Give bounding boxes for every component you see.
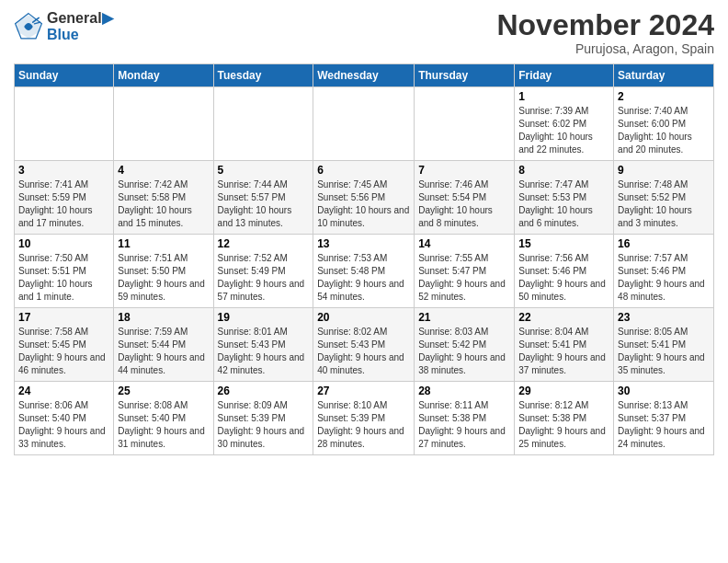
day-number: 22 xyxy=(518,311,609,324)
day-number: 26 xyxy=(218,385,310,397)
day-number: 28 xyxy=(418,385,510,397)
col-monday: Monday xyxy=(114,64,213,87)
week-row-0: 1Sunrise: 7:39 AM Sunset: 6:02 PM Daylig… xyxy=(15,87,714,161)
day-cell: 7Sunrise: 7:46 AM Sunset: 5:54 PM Daylig… xyxy=(415,161,515,235)
day-cell: 16Sunrise: 7:57 AM Sunset: 5:46 PM Dayli… xyxy=(614,235,714,308)
header-row: Sunday Monday Tuesday Wednesday Thursday… xyxy=(15,64,714,87)
day-info: Sunrise: 7:40 AM Sunset: 6:00 PM Dayligh… xyxy=(618,105,710,156)
col-friday: Friday xyxy=(515,64,614,87)
logo-text: General▶ Blue xyxy=(47,9,113,43)
day-number: 27 xyxy=(317,385,410,397)
logo-icon xyxy=(14,12,43,41)
day-cell: 11Sunrise: 7:51 AM Sunset: 5:50 PM Dayli… xyxy=(114,235,213,308)
day-info: Sunrise: 7:59 AM Sunset: 5:44 PM Dayligh… xyxy=(118,326,209,377)
week-row-1: 3Sunrise: 7:41 AM Sunset: 5:59 PM Daylig… xyxy=(15,161,714,235)
day-cell: 26Sunrise: 8:09 AM Sunset: 5:39 PM Dayli… xyxy=(213,382,313,455)
day-cell: 30Sunrise: 8:13 AM Sunset: 5:37 PM Dayli… xyxy=(614,382,714,455)
day-number: 21 xyxy=(418,311,510,324)
title-block: November 2024 Purujosa, Aragon, Spain xyxy=(496,9,714,56)
month-title: November 2024 xyxy=(496,9,714,41)
day-number: 4 xyxy=(118,164,209,177)
col-saturday: Saturday xyxy=(614,64,714,87)
day-number: 6 xyxy=(317,164,410,177)
day-info: Sunrise: 7:48 AM Sunset: 5:52 PM Dayligh… xyxy=(618,178,710,230)
day-number: 7 xyxy=(418,164,510,177)
day-cell: 5Sunrise: 7:44 AM Sunset: 5:57 PM Daylig… xyxy=(213,161,313,235)
day-info: Sunrise: 7:53 AM Sunset: 5:48 PM Dayligh… xyxy=(317,252,410,304)
day-number: 19 xyxy=(218,311,310,324)
day-cell: 22Sunrise: 8:04 AM Sunset: 5:41 PM Dayli… xyxy=(515,308,614,382)
day-number: 9 xyxy=(618,164,710,177)
day-cell: 4Sunrise: 7:42 AM Sunset: 5:58 PM Daylig… xyxy=(114,161,213,235)
day-info: Sunrise: 7:52 AM Sunset: 5:49 PM Dayligh… xyxy=(218,252,310,304)
day-info: Sunrise: 8:05 AM Sunset: 5:41 PM Dayligh… xyxy=(618,326,710,377)
day-number: 20 xyxy=(317,311,410,324)
col-thursday: Thursday xyxy=(415,64,515,87)
day-info: Sunrise: 8:11 AM Sunset: 5:38 PM Dayligh… xyxy=(418,399,510,451)
day-number: 12 xyxy=(218,237,310,250)
col-wednesday: Wednesday xyxy=(313,64,415,87)
day-number: 11 xyxy=(118,237,209,250)
day-info: Sunrise: 7:47 AM Sunset: 5:53 PM Dayligh… xyxy=(518,178,609,230)
day-number: 14 xyxy=(418,237,510,250)
day-cell: 2Sunrise: 7:40 AM Sunset: 6:00 PM Daylig… xyxy=(614,87,714,161)
day-info: Sunrise: 7:55 AM Sunset: 5:47 PM Dayligh… xyxy=(418,252,510,304)
day-cell: 12Sunrise: 7:52 AM Sunset: 5:49 PM Dayli… xyxy=(213,235,313,308)
page-container: General▶ Blue November 2024 Purujosa, Ar… xyxy=(0,0,728,465)
day-number: 15 xyxy=(518,237,609,250)
week-row-3: 17Sunrise: 7:58 AM Sunset: 5:45 PM Dayli… xyxy=(15,308,714,382)
day-cell: 18Sunrise: 7:59 AM Sunset: 5:44 PM Dayli… xyxy=(114,308,213,382)
day-number: 2 xyxy=(618,90,710,103)
day-info: Sunrise: 8:02 AM Sunset: 5:43 PM Dayligh… xyxy=(317,326,410,377)
day-cell: 1Sunrise: 7:39 AM Sunset: 6:02 PM Daylig… xyxy=(515,87,614,161)
day-info: Sunrise: 7:51 AM Sunset: 5:50 PM Dayligh… xyxy=(118,252,209,304)
day-number: 23 xyxy=(618,311,710,324)
day-number: 5 xyxy=(218,164,310,177)
day-info: Sunrise: 8:13 AM Sunset: 5:37 PM Dayligh… xyxy=(618,399,710,451)
calendar-table: Sunday Monday Tuesday Wednesday Thursday… xyxy=(14,63,714,455)
day-info: Sunrise: 7:39 AM Sunset: 6:02 PM Dayligh… xyxy=(518,105,609,156)
day-number: 17 xyxy=(18,311,109,324)
day-cell: 9Sunrise: 7:48 AM Sunset: 5:52 PM Daylig… xyxy=(614,161,714,235)
day-cell: 10Sunrise: 7:50 AM Sunset: 5:51 PM Dayli… xyxy=(15,235,114,308)
day-cell: 23Sunrise: 8:05 AM Sunset: 5:41 PM Dayli… xyxy=(614,308,714,382)
day-info: Sunrise: 8:08 AM Sunset: 5:40 PM Dayligh… xyxy=(118,399,209,451)
day-number: 30 xyxy=(618,385,710,397)
day-cell: 14Sunrise: 7:55 AM Sunset: 5:47 PM Dayli… xyxy=(415,235,515,308)
day-info: Sunrise: 8:03 AM Sunset: 5:42 PM Dayligh… xyxy=(418,326,510,377)
day-cell: 25Sunrise: 8:08 AM Sunset: 5:40 PM Dayli… xyxy=(114,382,213,455)
day-info: Sunrise: 7:42 AM Sunset: 5:58 PM Dayligh… xyxy=(118,178,209,230)
day-info: Sunrise: 8:04 AM Sunset: 5:41 PM Dayligh… xyxy=(518,326,609,377)
day-cell: 6Sunrise: 7:45 AM Sunset: 5:56 PM Daylig… xyxy=(313,161,415,235)
day-cell: 28Sunrise: 8:11 AM Sunset: 5:38 PM Dayli… xyxy=(415,382,515,455)
day-number: 10 xyxy=(18,237,109,250)
day-cell: 15Sunrise: 7:56 AM Sunset: 5:46 PM Dayli… xyxy=(515,235,614,308)
day-info: Sunrise: 7:56 AM Sunset: 5:46 PM Dayligh… xyxy=(518,252,609,304)
day-number: 16 xyxy=(618,237,710,250)
header: General▶ Blue November 2024 Purujosa, Ar… xyxy=(14,9,714,56)
day-info: Sunrise: 8:12 AM Sunset: 5:38 PM Dayligh… xyxy=(518,399,609,451)
day-number: 1 xyxy=(518,90,609,103)
day-info: Sunrise: 7:41 AM Sunset: 5:59 PM Dayligh… xyxy=(18,178,109,230)
day-info: Sunrise: 8:06 AM Sunset: 5:40 PM Dayligh… xyxy=(18,399,109,451)
day-cell: 13Sunrise: 7:53 AM Sunset: 5:48 PM Dayli… xyxy=(313,235,415,308)
day-info: Sunrise: 7:46 AM Sunset: 5:54 PM Dayligh… xyxy=(418,178,510,230)
day-number: 18 xyxy=(118,311,209,324)
day-cell: 20Sunrise: 8:02 AM Sunset: 5:43 PM Dayli… xyxy=(313,308,415,382)
day-number: 8 xyxy=(518,164,609,177)
subtitle: Purujosa, Aragon, Spain xyxy=(496,41,714,56)
day-cell xyxy=(415,87,515,161)
day-cell: 27Sunrise: 8:10 AM Sunset: 5:39 PM Dayli… xyxy=(313,382,415,455)
day-info: Sunrise: 7:57 AM Sunset: 5:46 PM Dayligh… xyxy=(618,252,710,304)
day-cell: 29Sunrise: 8:12 AM Sunset: 5:38 PM Dayli… xyxy=(515,382,614,455)
week-row-2: 10Sunrise: 7:50 AM Sunset: 5:51 PM Dayli… xyxy=(15,235,714,308)
day-cell: 24Sunrise: 8:06 AM Sunset: 5:40 PM Dayli… xyxy=(15,382,114,455)
day-info: Sunrise: 8:01 AM Sunset: 5:43 PM Dayligh… xyxy=(218,326,310,377)
col-sunday: Sunday xyxy=(15,64,114,87)
day-cell xyxy=(114,87,213,161)
day-number: 29 xyxy=(518,385,609,397)
day-info: Sunrise: 7:58 AM Sunset: 5:45 PM Dayligh… xyxy=(18,326,109,377)
day-number: 24 xyxy=(18,385,109,397)
day-cell: 3Sunrise: 7:41 AM Sunset: 5:59 PM Daylig… xyxy=(15,161,114,235)
week-row-4: 24Sunrise: 8:06 AM Sunset: 5:40 PM Dayli… xyxy=(15,382,714,455)
